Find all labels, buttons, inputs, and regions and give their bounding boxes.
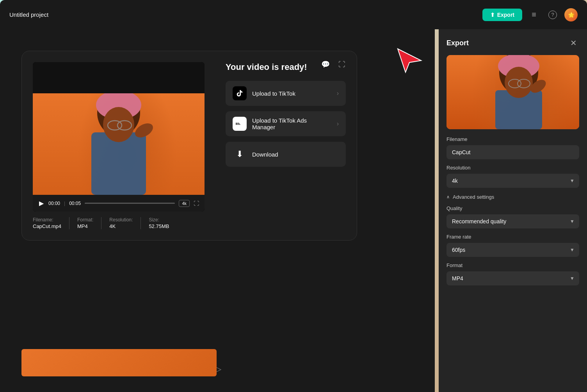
modal-fullscreen-icon-button[interactable]: ⛶ (336, 58, 348, 71)
export-panel-close-button[interactable]: ✕ (567, 37, 579, 49)
play-button[interactable]: ▶ (38, 199, 44, 208)
topbar-actions: ⬆ Export ≡ ? 🌟 (482, 8, 578, 22)
quality-select-wrapper: Recommended quality High quality Low qua… (446, 214, 579, 228)
resolution-select-wrapper: 4k 2k 1080p 720p ▼ (446, 174, 579, 188)
format-label: Format: (77, 217, 93, 223)
export-upload-icon: ⬆ (490, 12, 495, 18)
time-current: 00:00 (48, 201, 60, 206)
modal-actions-panel: Your video is ready! Upload to TikTok › (214, 62, 346, 229)
avatar-initial: 🌟 (568, 12, 575, 18)
fullscreen-button[interactable]: ⛶ (194, 200, 199, 207)
framerate-field-label: Frame rate (446, 234, 579, 240)
download-label: Download (252, 151, 278, 158)
video-top-bar (33, 62, 205, 93)
filename-label: Filename: (33, 217, 61, 223)
format-field-label: Format (446, 262, 579, 268)
export-button[interactable]: ⬆ Export (482, 9, 522, 21)
video-thumbnail (33, 93, 205, 195)
download-icon: ⬇ (233, 147, 247, 161)
avatar[interactable]: 🌟 (564, 8, 578, 21)
upload-tiktok-button[interactable]: Upload to TikTok › (226, 81, 346, 106)
layers-icon-button[interactable]: ≡ (527, 8, 541, 22)
upload-tiktok-ads-button[interactable]: Upload to TikTok Ads Manager › (226, 111, 346, 136)
filename-input[interactable] (446, 145, 579, 159)
size-value: 52.75MB (149, 223, 169, 229)
upload-tiktok-ads-left: Upload to TikTok Ads Manager (233, 117, 331, 131)
export-button-label: Export (497, 12, 514, 18)
chevron-right-icon: › (337, 90, 339, 97)
resolution-select[interactable]: 4k 2k 1080p 720p (446, 174, 579, 188)
help-icon: ? (548, 11, 557, 19)
svg-marker-15 (398, 49, 421, 72)
video-player: ▶ 00:00 | 00:05 4k ⛶ (33, 62, 205, 212)
tiktok-icon (233, 86, 247, 100)
filename-field-label: Filename (446, 136, 579, 142)
help-icon-button[interactable]: ? (546, 8, 560, 22)
upload-tiktok-left: Upload to TikTok (233, 86, 295, 100)
person-figure (33, 93, 205, 195)
video-player-column: ▶ 00:00 | 00:05 4k ⛶ Filename: CapCut.mp… (33, 62, 205, 229)
timeline-strip (21, 349, 217, 376)
fullscreen-icon: ⛶ (338, 61, 345, 69)
file-info-format: Format: MP4 (77, 217, 101, 229)
modal-content: ▶ 00:00 | 00:05 4k ⛶ Filename: CapCut.mp… (33, 62, 346, 229)
time-total: 00:05 (69, 201, 81, 206)
resolution-value: 4K (109, 223, 133, 229)
framerate-select-wrapper: 60fps 30fps 24fps ▼ (446, 243, 579, 257)
upload-tiktok-ads-label: Upload to TikTok Ads Manager (252, 117, 331, 130)
video-ready-modal: 💬 ⛶ (21, 51, 357, 241)
advanced-chevron-icon: ∧ (446, 194, 450, 200)
file-info-size: Size: 52.75MB (149, 217, 177, 229)
resolution-field-label: Resolution (446, 165, 579, 171)
quality-badge: 4k (179, 200, 190, 207)
modal-top-icons: 💬 ⛶ (319, 58, 348, 71)
chevron-right-ads-icon: › (337, 120, 339, 127)
download-button[interactable]: ⬇ Download (226, 142, 346, 167)
project-title: Untitled project (9, 11, 48, 18)
quality-select[interactable]: Recommended quality High quality Low qua… (446, 214, 579, 228)
red-arrow-cursor (394, 45, 425, 76)
time-separator: | (64, 201, 65, 206)
format-value: MP4 (77, 223, 93, 229)
format-select-wrapper: MP4 MOV AVI ▼ (446, 271, 579, 285)
video-controls: ▶ 00:00 | 00:05 4k ⛶ (33, 195, 205, 212)
export-panel-title: Export (446, 39, 469, 47)
advanced-settings-toggle[interactable]: ∧ Advanced settings (446, 194, 494, 200)
modal-comment-icon-button[interactable]: 💬 (319, 58, 332, 71)
preview-person-figure (446, 55, 579, 129)
file-info-resolution: Resolution: 4K (109, 217, 141, 229)
export-panel-header: Export ✕ (446, 37, 579, 49)
export-preview (446, 55, 579, 129)
comment-icon: 💬 (321, 60, 330, 69)
resolution-label: Resolution: (109, 217, 133, 223)
layers-icon: ≡ (532, 10, 536, 19)
progress-bar[interactable] (85, 203, 175, 204)
file-info-filename: Filename: CapCut.mp4 (33, 217, 69, 229)
close-icon: ✕ (570, 38, 577, 48)
quality-field-label: Quality (446, 205, 579, 211)
framerate-select[interactable]: 60fps 30fps 24fps (446, 243, 579, 257)
format-select[interactable]: MP4 MOV AVI (446, 271, 579, 285)
file-info: Filename: CapCut.mp4 Format: MP4 Resolut… (33, 217, 205, 229)
advanced-settings-label: Advanced settings (453, 194, 494, 200)
tiktok-ads-icon (233, 117, 247, 131)
upload-tiktok-label: Upload to TikTok (252, 90, 295, 97)
export-panel: Export ✕ Filename Resolution 4k 2k 1080p… (439, 29, 587, 392)
filename-value: CapCut.mp4 (33, 223, 61, 229)
download-left: ⬇ Download (233, 147, 278, 161)
size-label: Size: (149, 217, 169, 223)
topbar: Untitled project ⬆ Export ≡ ? 🌟 (0, 0, 587, 29)
